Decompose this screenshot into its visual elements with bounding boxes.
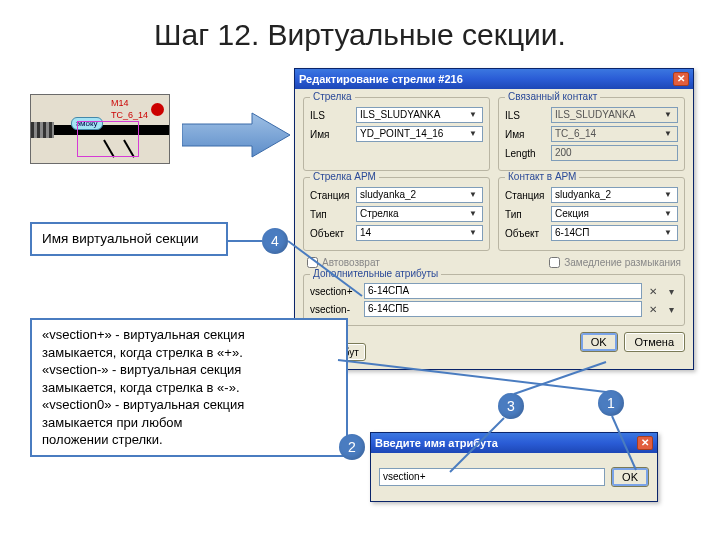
group-title: Контакт в АРМ [505, 171, 579, 182]
page-title: Шаг 12. Виртуальные секции. [0, 18, 720, 52]
chevron-down-icon: ▼ [467, 226, 479, 240]
label-object: Объект [310, 228, 352, 239]
dialog-title: Введите имя атрибута [375, 437, 498, 449]
step-number-3: 3 [498, 393, 524, 419]
chevron-down-icon: ▼ [467, 188, 479, 202]
group-title: Связанный контакт [505, 91, 600, 102]
sw-arm-object[interactable]: 14▼ [356, 225, 483, 241]
close-icon[interactable]: ✕ [637, 436, 653, 450]
delete-attr-icon[interactable]: ✕ [646, 284, 660, 298]
chevron-down-icon: ▼ [662, 127, 674, 141]
chevron-down-icon: ▼ [662, 108, 674, 122]
contact-length-field[interactable]: 200 [551, 145, 678, 161]
ok-button[interactable]: OK [580, 332, 618, 352]
vsection-plus-field[interactable]: 6-14СПА [364, 283, 642, 299]
dialog-titlebar[interactable]: Введите имя атрибута ✕ [371, 433, 657, 453]
group-switch: Стрелка ILS ILS_SLUDYANKA▼ Имя YD_POINT_… [303, 97, 490, 171]
contact-name-select[interactable]: TC_6_14▼ [551, 126, 678, 142]
red-dot [151, 103, 164, 116]
edit-switch-dialog: Редактирование стрелки #216 ✕ Стрелка IL… [294, 68, 694, 370]
checkbox-slow[interactable]: Замедление размыкания [549, 257, 681, 268]
callout-vsection-explain: «vsection+» - виртуальная секция замыкае… [30, 318, 348, 457]
dialog-title: Редактирование стрелки #216 [299, 73, 463, 85]
group-title: Стрелка [310, 91, 355, 102]
chevron-down-icon: ▼ [467, 108, 479, 122]
svg-marker-0 [182, 113, 290, 157]
group-title: Стрелка АРМ [310, 171, 379, 182]
attr-label: vsection+ [310, 286, 360, 297]
step-number-2: 2 [339, 434, 365, 460]
switch-ils-select[interactable]: ILS_SLUDYANKA▼ [356, 107, 483, 123]
label-object: Объект [505, 228, 547, 239]
ct-arm-object[interactable]: 6-14СП▼ [551, 225, 678, 241]
label-ils: ILS [505, 110, 547, 121]
ct-arm-type[interactable]: Секция▼ [551, 206, 678, 222]
label-name: Имя [505, 129, 547, 140]
cancel-button[interactable]: Отмена [624, 332, 685, 352]
chevron-down-icon: ▼ [467, 127, 479, 141]
group-switch-arm: Стрелка АРМ Станция sludyanka_2▼ Тип Стр… [303, 177, 490, 251]
schematic-label: М14 [111, 98, 129, 108]
dialog-titlebar[interactable]: Редактирование стрелки #216 ✕ [295, 69, 693, 89]
group-contact: Связанный контакт ILS ILS_SLUDYANKA▼ Имя… [498, 97, 685, 171]
arrow-right-icon [182, 110, 292, 160]
label-station: Станция [505, 190, 547, 201]
chevron-down-icon: ▼ [662, 188, 674, 202]
sw-arm-station[interactable]: sludyanka_2▼ [356, 187, 483, 203]
switch-name-select[interactable]: YD_POINT_14_16▼ [356, 126, 483, 142]
checkbox-autoreturn[interactable]: Автовозврат [307, 257, 380, 268]
contact-ils-select[interactable]: ILS_SLUDYANKA▼ [551, 107, 678, 123]
group-contact-arm: Контакт в АРМ Станция sludyanka_2▼ Тип С… [498, 177, 685, 251]
attribute-name-dialog: Введите имя атрибута ✕ vsection+ OK [370, 432, 658, 502]
vsection-minus-field[interactable]: 6-14СПБ [364, 301, 642, 317]
chevron-down-icon: ▼ [467, 207, 479, 221]
dropdown-icon[interactable]: ▾ [664, 302, 678, 316]
ct-arm-station[interactable]: sludyanka_2▼ [551, 187, 678, 203]
attribute-name-input[interactable]: vsection+ [379, 468, 605, 486]
chevron-down-icon: ▼ [662, 226, 674, 240]
label-type: Тип [505, 209, 547, 220]
label-type: Тип [310, 209, 352, 220]
attr-label: vsection- [310, 304, 360, 315]
group-extra-attrs: Дополнительные атрибуты vsection+ 6-14СП… [303, 274, 685, 326]
sw-arm-type[interactable]: Стрелка▼ [356, 206, 483, 222]
close-icon[interactable]: ✕ [673, 72, 689, 86]
delete-attr-icon[interactable]: ✕ [646, 302, 660, 316]
label-name: Имя [310, 129, 352, 140]
track-schematic: эмоку М14 ТС_6_14 [30, 94, 170, 164]
step-number-1: 1 [598, 390, 624, 416]
ok-button[interactable]: OK [611, 467, 649, 487]
chevron-down-icon: ▼ [662, 207, 674, 221]
step-number-4: 4 [262, 228, 288, 254]
group-title: Дополнительные атрибуты [310, 268, 441, 279]
label-station: Станция [310, 190, 352, 201]
label-ils: ILS [310, 110, 352, 121]
dropdown-icon[interactable]: ▾ [664, 284, 678, 298]
schematic-label: ТС_6_14 [111, 110, 148, 120]
label-length: Length [505, 148, 547, 159]
callout-virtual-section-name: Имя виртуальной секции [30, 222, 228, 256]
